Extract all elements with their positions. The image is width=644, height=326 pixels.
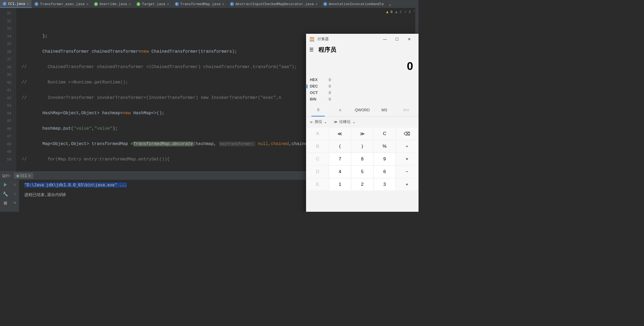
key-5[interactable]: 5 bbox=[351, 166, 373, 178]
close-icon[interactable]: × bbox=[167, 2, 169, 6]
bit-toggle-mode-button[interactable]: ⠶ bbox=[329, 106, 351, 114]
key-plus[interactable]: + bbox=[396, 179, 418, 190]
key-clear[interactable]: C bbox=[374, 128, 396, 140]
key-b[interactable]: B bbox=[307, 140, 328, 152]
base-value: 0 bbox=[329, 78, 331, 82]
tab-label: AbstractInputCheckedMapDecorator.java bbox=[235, 2, 314, 6]
minimize-icon[interactable]: — bbox=[379, 35, 391, 43]
close-icon[interactable]: × bbox=[129, 2, 131, 6]
tab-label: CC1.java bbox=[8, 2, 25, 6]
chevron-down-icon: ⌄ bbox=[324, 120, 327, 124]
line-number: 47 bbox=[0, 132, 11, 140]
line-number: 35 bbox=[0, 40, 11, 48]
line-number: 44 bbox=[0, 109, 11, 117]
key-4[interactable]: 4 bbox=[329, 166, 351, 178]
code-line: }; bbox=[22, 34, 48, 39]
bitwise-dropdown[interactable]: ⤽ 按位 ⌄ bbox=[310, 119, 327, 124]
key-multiply[interactable]: × bbox=[396, 153, 418, 165]
memory-store-button[interactable]: MS bbox=[373, 106, 396, 114]
line-number: 50 bbox=[0, 156, 11, 163]
line-number: 45 bbox=[0, 117, 11, 125]
down-arrow-icon[interactable]: ↓ bbox=[14, 191, 16, 196]
typo-icon[interactable]: ✓ 2 bbox=[404, 10, 411, 14]
tab-transformedmap[interactable]: C TransformedMap.java × bbox=[172, 0, 227, 8]
up-arrow-icon[interactable]: ↑ bbox=[14, 182, 16, 187]
line-number: 49 bbox=[0, 148, 11, 156]
key-lshift[interactable]: ≪ bbox=[329, 128, 351, 140]
run-settings-button[interactable]: 🔧 bbox=[3, 191, 8, 197]
base-hex[interactable]: HEX 0 bbox=[310, 76, 415, 83]
tabs-overflow-dropdown[interactable]: ⌄ bbox=[387, 0, 394, 8]
bitshift-dropdown[interactable]: ≫ 位移位 ⌄ bbox=[334, 119, 356, 124]
expand-inspections-icon[interactable]: ˄ bbox=[413, 10, 415, 14]
tab-cc1[interactable]: C CC1.java × bbox=[0, 0, 32, 8]
close-icon[interactable]: × bbox=[28, 174, 31, 178]
key-e[interactable]: E bbox=[307, 179, 328, 190]
run-toolbar: 🔧 bbox=[0, 180, 11, 212]
stop-button[interactable] bbox=[3, 200, 8, 206]
calculator-app-icon: 🧮 bbox=[309, 37, 315, 42]
line-number: 43 bbox=[0, 102, 11, 109]
weak-warning-icon[interactable]: ▲ 2 bbox=[395, 10, 401, 14]
tab-label: TransformedMap.java bbox=[180, 2, 221, 6]
base-bin[interactable]: BIN 0 bbox=[310, 96, 415, 102]
tab-annotationinvocation[interactable]: C AnnotationInvocationHandle bbox=[321, 0, 387, 8]
line-number: 41 bbox=[0, 86, 11, 94]
base-oct[interactable]: OCT 0 bbox=[310, 89, 415, 96]
key-7[interactable]: 7 bbox=[329, 153, 351, 165]
annotation-icon: @ bbox=[94, 2, 98, 6]
key-lparen[interactable]: ( bbox=[329, 140, 351, 152]
line-number: 34 bbox=[0, 32, 11, 40]
key-c[interactable]: C bbox=[307, 153, 328, 165]
inspection-indicators[interactable]: ▲ 8 ▲ 2 ✓ 2 ˄ bbox=[386, 10, 415, 14]
tab-abstractinputchecked[interactable]: C AbstractInputCheckedMapDecorator.java … bbox=[227, 0, 321, 8]
close-icon[interactable]: × bbox=[27, 2, 29, 6]
memory-dropdown[interactable]: M∨ bbox=[395, 106, 417, 114]
calculator-titlebar[interactable]: 🧮 计算器 — ☐ ✕ bbox=[306, 34, 419, 45]
close-icon[interactable]: ✕ bbox=[403, 35, 415, 43]
run-config-tab[interactable]: ▤ CC1 × bbox=[14, 173, 33, 179]
keypad-mode-button[interactable]: ⠿ bbox=[307, 106, 329, 114]
key-backspace[interactable]: ⌫ bbox=[396, 128, 418, 140]
hamburger-menu-icon[interactable]: ☰ bbox=[309, 47, 314, 53]
tab-transformer-exec[interactable]: C Transformer_exec.java × bbox=[32, 0, 91, 8]
key-1[interactable]: 1 bbox=[329, 179, 351, 190]
key-2[interactable]: 2 bbox=[351, 179, 373, 190]
key-rparen[interactable]: ) bbox=[351, 140, 373, 152]
key-percent[interactable]: % bbox=[374, 140, 396, 152]
line-number: 46 bbox=[0, 125, 11, 133]
key-rshift[interactable]: ≫ bbox=[351, 128, 373, 140]
base-dec[interactable]: DEC 0 bbox=[310, 83, 415, 89]
word-size-dropdown[interactable]: QWORD bbox=[351, 106, 373, 114]
warning-icon[interactable]: ▲ 8 bbox=[386, 10, 393, 14]
base-value: 0 bbox=[329, 90, 331, 95]
maximize-icon[interactable]: ☐ bbox=[391, 35, 403, 43]
key-minus[interactable]: − bbox=[396, 166, 418, 178]
java-file-icon: C bbox=[3, 2, 6, 6]
key-9[interactable]: 9 bbox=[374, 153, 396, 165]
calculator-title: 计算器 bbox=[317, 37, 329, 42]
rerun-button[interactable] bbox=[3, 182, 8, 187]
close-icon[interactable]: × bbox=[315, 2, 317, 6]
tab-label: Target.java bbox=[142, 2, 165, 6]
tab-target[interactable]: @ Target.java × bbox=[134, 0, 172, 8]
close-icon[interactable]: × bbox=[86, 2, 88, 6]
close-icon[interactable]: × bbox=[222, 2, 224, 6]
key-3[interactable]: 3 bbox=[374, 179, 396, 190]
java-file-icon: C bbox=[35, 2, 38, 6]
key-divide[interactable]: ÷ bbox=[396, 140, 418, 152]
key-d[interactable]: D bbox=[307, 166, 328, 178]
key-8[interactable]: 8 bbox=[351, 153, 373, 165]
bitwise-icon: ⤽ bbox=[310, 120, 313, 124]
line-number: 31 bbox=[0, 9, 11, 17]
soft-wrap-icon[interactable]: ⇆ bbox=[14, 200, 16, 205]
key-6[interactable]: 6 bbox=[374, 166, 396, 178]
line-number: 38 bbox=[0, 63, 11, 71]
run-config-name: CC1 bbox=[21, 174, 27, 178]
tab-label: Override.java bbox=[99, 2, 127, 6]
tab-override[interactable]: @ Override.java × bbox=[91, 0, 134, 8]
key-a[interactable]: A bbox=[307, 128, 328, 140]
line-number: 32 bbox=[0, 17, 11, 25]
line-number: 33 bbox=[0, 25, 11, 32]
highlighted-call: TransformedMap.decorate bbox=[133, 142, 193, 146]
